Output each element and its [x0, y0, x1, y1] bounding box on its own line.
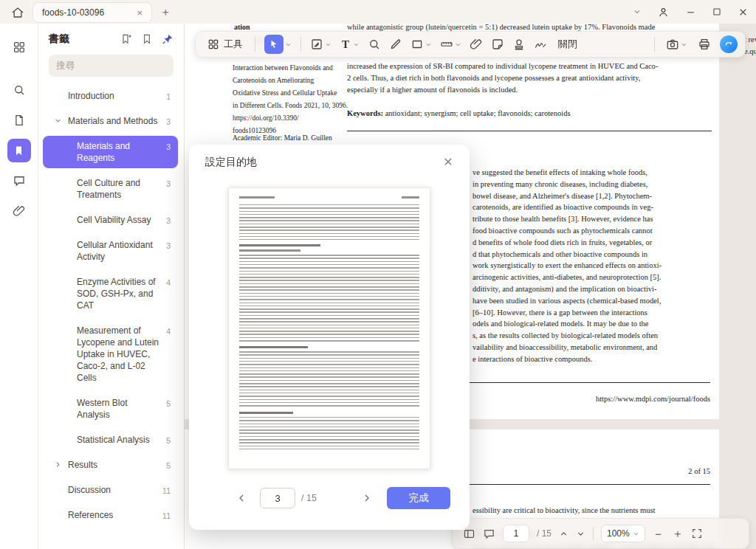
sidebar-item-statistical-analysis[interactable]: Statistical Analysis 5 [43, 429, 178, 450]
document-tab[interactable]: foods-10-03096 × [32, 2, 152, 23]
measure-tool[interactable] [439, 35, 463, 53]
attachments-icon[interactable] [7, 199, 31, 223]
dialog-close-icon[interactable]: ✕ [440, 153, 456, 170]
thumbnails-icon[interactable] [7, 108, 31, 132]
sidebar-item-cell-culture-and-treatments[interactable]: Cell Culture and Treatments 3 [43, 173, 178, 205]
sidebar-item-references[interactable]: References 11 [43, 505, 178, 525]
close-toolbar-button[interactable]: 關閉 [554, 35, 582, 54]
next-page-button[interactable] [359, 490, 375, 506]
pin-icon[interactable] [162, 33, 173, 45]
sidebar-item-cell-viability-assay[interactable]: Cell Viability Assay 3 [43, 210, 178, 230]
sticker-tool[interactable] [489, 35, 506, 53]
dialog-title: 設定目的地 [205, 156, 257, 169]
comments-icon[interactable] [7, 169, 31, 193]
chevron-down-icon[interactable] [325, 41, 331, 48]
edge-text-fragment: t rev [744, 35, 756, 44]
edit-page-icon [310, 38, 323, 51]
bookmarks-panel: 書籤 Introduction 1 Materials and Methods … [38, 24, 185, 549]
tab-close-icon[interactable]: × [134, 7, 145, 19]
outline-page-number: 11 [162, 485, 171, 497]
user-avatar-icon[interactable] [657, 6, 670, 18]
signature-tool[interactable] [532, 35, 549, 53]
edit-tool[interactable] [309, 35, 333, 53]
close-button[interactable] [738, 7, 749, 18]
thumbnail-panel-icon[interactable] [463, 528, 475, 540]
citation-block: Interaction between Flavonoids and Carot… [233, 62, 357, 137]
tools-label: 工具 [224, 38, 243, 51]
print-button[interactable] [696, 35, 712, 53]
chevron-down-icon[interactable] [681, 41, 687, 48]
app-menu-button[interactable] [7, 35, 31, 59]
maximize-button[interactable] [712, 7, 722, 17]
chevron-down-icon[interactable] [285, 41, 292, 48]
shape-tool[interactable] [409, 35, 433, 53]
outline-page-number: 3 [166, 116, 171, 128]
set-destination-dialog: 設定目的地 ✕ / 15 完成 [189, 145, 470, 530]
sidebar-item-introduction[interactable]: Introduction 1 [43, 86, 178, 106]
zoom-out-button[interactable]: − [653, 528, 664, 540]
bookmark-search[interactable] [49, 55, 173, 77]
paperclip-icon [470, 38, 483, 51]
left-icon-rail [0, 24, 38, 549]
page-indicator: 2 of 15 [688, 467, 710, 475]
chevron-down-icon[interactable] [633, 7, 642, 16]
zoom-level: 100% [607, 528, 630, 539]
chevron-down-icon[interactable] [425, 41, 432, 48]
sidebar-item-measurement-uptake[interactable]: Measurement of Lycopene and Lutein Uptak… [43, 320, 178, 388]
comment-icon[interactable] [483, 528, 495, 540]
chevron-down-icon[interactable] [353, 41, 360, 48]
chevron-down-icon[interactable] [455, 41, 461, 48]
done-button[interactable]: 完成 [387, 487, 450, 509]
section-rule [347, 131, 712, 131]
zoom-level-control[interactable]: 100% [601, 525, 645, 542]
add-bookmark-icon[interactable] [120, 33, 132, 45]
previous-page-button[interactable] [233, 490, 250, 506]
attachment-tool[interactable] [468, 35, 484, 53]
zoom-in-button[interactable]: ＋ [672, 527, 684, 541]
page-total-label: / 15 [301, 493, 317, 503]
text-tool[interactable]: T [338, 36, 361, 53]
sidebar-item-enzyme-activities[interactable]: Enzyme Activities of SOD, GSH-Px, and CA… [43, 272, 178, 316]
keywords-line: Keywords: antioxidant; synergism; cell u… [347, 109, 571, 117]
magnifier-icon [368, 38, 381, 51]
sidebar-item-results[interactable]: Results 5 [43, 455, 178, 475]
academic-editor-line: Academic Editor: Maria D. Guillen [233, 134, 332, 142]
page-preview-thumbnail [228, 187, 430, 469]
sidebar-item-western-blot-analysis[interactable]: Western Blot Analysis 5 [43, 393, 178, 425]
zoom-tool[interactable] [366, 35, 382, 53]
search-icon[interactable] [7, 78, 31, 102]
previous-page-icon[interactable] [559, 529, 568, 539]
destination-page-input[interactable] [260, 488, 295, 508]
bookmarks-panel-button[interactable] [7, 139, 31, 162]
sidebar-item-materials-and-reagents[interactable]: Materials and Reagents 3 [43, 136, 178, 168]
chevron-down-icon[interactable] [54, 117, 62, 125]
highlighter-tool[interactable] [388, 35, 404, 53]
page-number-input[interactable] [504, 528, 529, 539]
sidebar-item-cellular-antioxidant-activity[interactable]: Cellular Antioxidant Activity 3 [43, 235, 178, 267]
pdf-reader-window: foods-10-03096 × ＋ [0, 0, 756, 549]
stamp-tool[interactable] [511, 35, 527, 53]
bottom-statusbar: / 15 100% − ＋ [452, 518, 749, 549]
outline-label: Introduction [68, 91, 114, 101]
fit-screen-icon[interactable] [691, 528, 703, 539]
page-number-box[interactable] [503, 525, 529, 542]
bookmark-outline-icon[interactable] [141, 33, 153, 45]
ai-assistant-button[interactable] [720, 35, 738, 53]
outline-label: Western Blot Analysis [77, 398, 127, 420]
abstract-top-fragment: while antagonistic group (lutein/quercet… [347, 23, 713, 31]
snapshot-tool[interactable] [664, 35, 689, 53]
outline-page-number: 4 [166, 277, 171, 289]
minimize-button[interactable] [685, 7, 696, 18]
text-tool-icon: T [340, 38, 351, 51]
sidebar-item-discussion[interactable]: Discussion 11 [43, 480, 178, 500]
outline-page-number: 3 [166, 240, 171, 252]
search-input[interactable] [56, 61, 166, 71]
tools-button[interactable]: 工具 [203, 35, 247, 54]
home-button[interactable] [9, 4, 27, 21]
select-tool[interactable] [263, 32, 293, 56]
sidebar-item-materials-and-methods[interactable]: Materials and Methods 3 [43, 111, 178, 131]
camera-icon [666, 38, 679, 51]
chevron-right-icon[interactable] [54, 460, 62, 469]
next-page-icon[interactable] [576, 529, 585, 539]
new-tab-button[interactable]: ＋ [158, 4, 173, 19]
